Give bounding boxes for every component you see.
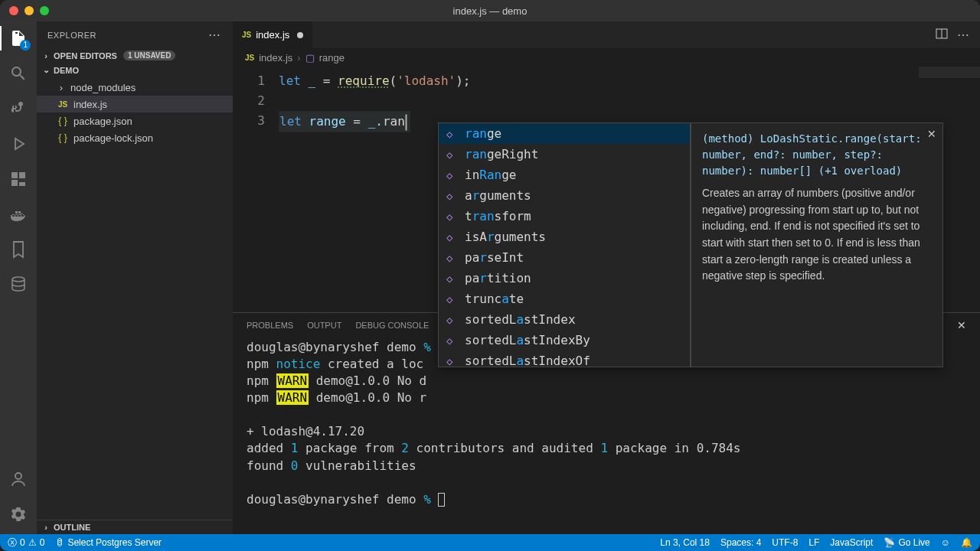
tree-file[interactable]: { } package.json [37, 112, 233, 129]
activity-bar: 1 [0, 21, 37, 534]
suggest-widget: ◇range◇rangeRight◇inRange◇arguments◇tran… [438, 122, 943, 367]
suggest-item[interactable]: ◇sortedLastIndex [439, 309, 690, 330]
js-file-icon: JS [57, 100, 69, 109]
sidebar: EXPLORER ⋯ › OPEN EDITORS 1 UNSAVED ⌄ DE… [37, 21, 233, 534]
status-lang[interactable]: JavaScript [830, 537, 873, 548]
extensions-icon[interactable] [8, 168, 29, 190]
doc-body: Creates an array of numbers (positive an… [702, 185, 932, 285]
breadcrumb-file[interactable]: index.js [259, 52, 292, 64]
dirty-indicator [297, 32, 303, 38]
sidebar-more-icon[interactable]: ⋯ [208, 28, 222, 42]
suggest-item[interactable]: ◇arguments [439, 185, 690, 206]
tab-more-icon[interactable]: ⋯ [957, 28, 971, 42]
panel-close-icon[interactable]: ✕ [957, 319, 966, 331]
status-lncol[interactable]: Ln 3, Col 18 [660, 537, 710, 548]
chevron-down-icon: ⌄ [41, 65, 51, 75]
suggest-item[interactable]: ◇truncate [439, 289, 690, 309]
search-icon[interactable] [8, 63, 29, 84]
text-cursor [406, 115, 407, 130]
badge: 1 [20, 40, 31, 51]
status-postgres[interactable]: 🛢 Select Postgres Server [55, 537, 162, 548]
suggest-item[interactable]: ◇transform [439, 206, 690, 227]
suggest-documentation: ✕ (method) LoDashStatic.range(start: num… [691, 122, 943, 367]
panel-tab-output[interactable]: OUTPUT [307, 318, 341, 333]
suggest-item[interactable]: ◇partition [439, 268, 690, 289]
suggest-item[interactable]: ◇range [439, 123, 690, 144]
method-icon: ◇ [446, 293, 459, 305]
editor-tab[interactable]: JS index.js [233, 21, 313, 48]
suggest-item[interactable]: ◇sortedLastIndexBy [439, 330, 690, 350]
doc-signature: (method) LoDashStatic.range(start: numbe… [702, 131, 932, 179]
docker-icon[interactable] [8, 204, 29, 225]
json-file-icon: { } [57, 132, 69, 143]
panel-tab-debug[interactable]: DEBUG CONSOLE [355, 318, 429, 333]
status-errors[interactable]: ⓧ 0 ⚠ 0 [8, 536, 44, 549]
terminal-cursor [438, 493, 445, 507]
suggest-item[interactable]: ◇parseInt [439, 247, 690, 268]
tab-label: index.js [256, 29, 289, 41]
status-eol[interactable]: LF [808, 537, 819, 548]
chevron-right-icon: › [41, 523, 51, 532]
svg-point-0 [12, 277, 24, 282]
chevron-right-icon: › [41, 51, 51, 60]
tree-label: node_modules [70, 82, 136, 93]
tree-label: package-lock.json [74, 132, 153, 144]
chevron-right-icon: › [57, 82, 66, 93]
json-file-icon: { } [57, 116, 69, 126]
account-icon[interactable] [8, 468, 29, 490]
breadcrumb[interactable]: JS index.js › ▢ range [233, 48, 980, 67]
method-icon: ◇ [446, 128, 459, 140]
method-icon: ◇ [446, 148, 459, 161]
window-title: index.js — demo [0, 5, 980, 17]
debug-icon[interactable] [8, 133, 29, 155]
status-spaces[interactable]: Spaces: 4 [720, 537, 761, 548]
suggest-item[interactable]: ◇inRange [439, 165, 690, 185]
bookmark-icon[interactable] [8, 239, 29, 260]
open-editors-header[interactable]: › OPEN EDITORS 1 UNSAVED [37, 48, 233, 63]
method-icon: ◇ [446, 314, 459, 326]
split-editor-icon[interactable] [936, 28, 948, 42]
minimap[interactable] [919, 67, 980, 97]
svg-point-1 [15, 473, 21, 479]
status-feedback-icon[interactable]: ☺ [941, 537, 950, 548]
outline-header[interactable]: › OUTLINE [37, 520, 233, 534]
sidebar-title: EXPLORER [47, 31, 96, 40]
open-editors-label: OPEN EDITORS [54, 51, 117, 60]
project-header[interactable]: ⌄ DEMO [37, 63, 233, 77]
chevron-right-icon: › [297, 52, 300, 64]
js-file-icon: JS [242, 31, 251, 39]
database-icon[interactable] [8, 274, 29, 295]
symbol-icon: ▢ [305, 52, 315, 64]
tree-folder[interactable]: › node_modules [37, 79, 233, 96]
status-encoding[interactable]: UTF-8 [772, 537, 798, 548]
breadcrumb-symbol[interactable]: range [319, 52, 345, 64]
close-icon[interactable]: ✕ [927, 128, 936, 140]
tree-file[interactable]: { } package-lock.json [37, 129, 233, 146]
method-icon: ◇ [446, 252, 459, 264]
gear-icon[interactable] [8, 504, 29, 525]
tree-file[interactable]: JS index.js [37, 96, 233, 112]
tab-bar: JS index.js ⋯ [233, 21, 980, 48]
tree-label: index.js [74, 99, 107, 110]
tree-label: package.json [74, 116, 132, 127]
method-icon: ◇ [446, 190, 459, 202]
panel-tab-problems[interactable]: PROBLEMS [247, 318, 293, 333]
unsaved-badge: 1 UNSAVED [123, 51, 176, 60]
file-tree: › node_modules JS index.js { } package.j… [37, 77, 233, 148]
method-icon: ◇ [446, 210, 459, 223]
outline-label: OUTLINE [54, 523, 90, 532]
suggest-item[interactable]: ◇rangeRight [439, 144, 690, 165]
method-icon: ◇ [446, 231, 459, 243]
suggest-item[interactable]: ◇isArguments [439, 227, 690, 247]
titlebar: index.js — demo [0, 0, 980, 21]
explorer-icon[interactable]: 1 [8, 28, 29, 49]
status-bell-icon[interactable]: 🔔 [961, 537, 972, 548]
source-control-icon[interactable] [8, 98, 29, 119]
status-bar: ⓧ 0 ⚠ 0 🛢 Select Postgres Server Ln 3, C… [0, 534, 980, 551]
method-icon: ◇ [446, 334, 459, 347]
gutter: 123 [233, 67, 279, 312]
suggest-list[interactable]: ◇range◇rangeRight◇inRange◇arguments◇tran… [438, 122, 691, 367]
status-golive[interactable]: 📡 Go Live [884, 537, 929, 548]
suggest-item[interactable]: ◇sortedLastIndexOf [439, 350, 690, 371]
method-icon: ◇ [446, 355, 459, 367]
